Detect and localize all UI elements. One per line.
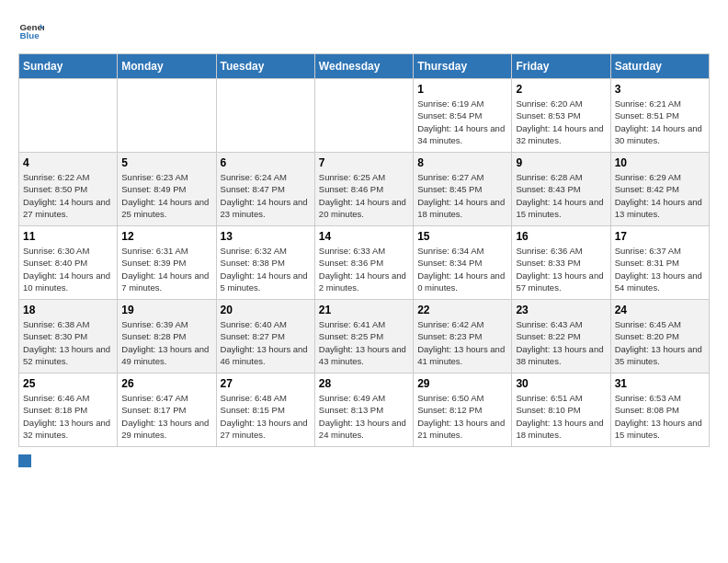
col-header-monday: Monday [118,54,216,79]
day-info: Sunrise: 6:40 AM Sunset: 8:27 PM Dayligh… [221,318,311,367]
day-info: Sunrise: 6:30 AM Sunset: 8:40 PM Dayligh… [23,245,113,293]
calendar-cell: 18Sunrise: 6:38 AM Sunset: 8:30 PM Dayli… [19,300,118,373]
day-number: 17 [615,230,705,243]
calendar-week-row: 4Sunrise: 6:22 AM Sunset: 8:50 PM Daylig… [19,153,710,226]
day-info: Sunrise: 6:41 AM Sunset: 8:25 PM Dayligh… [319,318,409,367]
calendar-cell [216,79,314,153]
legend [18,454,710,467]
calendar-cell: 17Sunrise: 6:37 AM Sunset: 8:31 PM Dayli… [610,226,709,300]
day-info: Sunrise: 6:32 AM Sunset: 8:38 PM Dayligh… [221,245,311,293]
day-info: Sunrise: 6:19 AM Sunset: 8:54 PM Dayligh… [417,98,507,146]
day-info: Sunrise: 6:39 AM Sunset: 8:28 PM Dayligh… [121,318,211,367]
calendar-cell: 30Sunrise: 6:51 AM Sunset: 8:10 PM Dayli… [512,373,610,447]
day-number: 23 [516,304,606,316]
day-info: Sunrise: 6:22 AM Sunset: 8:50 PM Dayligh… [23,171,113,220]
day-info: Sunrise: 6:50 AM Sunset: 8:12 PM Dayligh… [417,392,507,441]
day-number: 16 [516,230,606,243]
svg-text:Blue: Blue [19,30,40,40]
day-number: 1 [417,83,507,96]
col-header-sunday: Sunday [19,54,118,79]
col-header-tuesday: Tuesday [216,54,314,79]
calendar-cell: 29Sunrise: 6:50 AM Sunset: 8:12 PM Dayli… [414,373,512,447]
day-info: Sunrise: 6:49 AM Sunset: 8:13 PM Dayligh… [319,392,409,441]
day-info: Sunrise: 6:42 AM Sunset: 8:23 PM Dayligh… [417,318,507,367]
calendar-cell: 25Sunrise: 6:46 AM Sunset: 8:18 PM Dayli… [19,373,118,447]
calendar-week-row: 18Sunrise: 6:38 AM Sunset: 8:30 PM Dayli… [19,300,710,373]
day-info: Sunrise: 6:45 AM Sunset: 8:20 PM Dayligh… [615,318,705,367]
day-number: 28 [319,377,409,390]
page-header: General Blue [18,18,710,44]
day-number: 18 [23,304,113,316]
day-info: Sunrise: 6:34 AM Sunset: 8:34 PM Dayligh… [417,245,507,293]
calendar-cell: 22Sunrise: 6:42 AM Sunset: 8:23 PM Dayli… [414,300,512,373]
day-info: Sunrise: 6:51 AM Sunset: 8:10 PM Dayligh… [516,392,606,441]
day-info: Sunrise: 6:37 AM Sunset: 8:31 PM Dayligh… [615,245,705,293]
calendar-week-row: 1Sunrise: 6:19 AM Sunset: 8:54 PM Daylig… [19,79,710,153]
day-number: 30 [516,377,606,390]
day-info: Sunrise: 6:21 AM Sunset: 8:51 PM Dayligh… [615,98,705,146]
calendar-cell: 21Sunrise: 6:41 AM Sunset: 8:25 PM Dayli… [314,300,413,373]
day-number: 20 [221,304,311,316]
calendar-cell: 20Sunrise: 6:40 AM Sunset: 8:27 PM Dayli… [216,300,314,373]
col-header-friday: Friday [512,54,610,79]
day-number: 31 [615,377,705,390]
day-number: 14 [319,230,409,243]
day-info: Sunrise: 6:25 AM Sunset: 8:46 PM Dayligh… [319,171,409,220]
calendar-cell: 4Sunrise: 6:22 AM Sunset: 8:50 PM Daylig… [19,153,118,226]
calendar-cell: 7Sunrise: 6:25 AM Sunset: 8:46 PM Daylig… [314,153,413,226]
day-number: 22 [417,304,507,316]
calendar-cell [314,79,413,153]
calendar-cell: 9Sunrise: 6:28 AM Sunset: 8:43 PM Daylig… [512,153,610,226]
calendar-cell: 28Sunrise: 6:49 AM Sunset: 8:13 PM Dayli… [314,373,413,447]
calendar-week-row: 11Sunrise: 6:30 AM Sunset: 8:40 PM Dayli… [19,226,710,300]
calendar-table: SundayMondayTuesdayWednesdayThursdayFrid… [18,53,710,447]
day-number: 9 [516,156,606,169]
day-info: Sunrise: 6:33 AM Sunset: 8:36 PM Dayligh… [319,245,409,293]
calendar-cell: 10Sunrise: 6:29 AM Sunset: 8:42 PM Dayli… [610,153,709,226]
day-number: 10 [615,156,705,169]
calendar-cell [19,79,118,153]
calendar-cell: 16Sunrise: 6:36 AM Sunset: 8:33 PM Dayli… [512,226,610,300]
day-number: 3 [615,83,705,96]
calendar-cell: 3Sunrise: 6:21 AM Sunset: 8:51 PM Daylig… [610,79,709,153]
calendar-cell: 1Sunrise: 6:19 AM Sunset: 8:54 PM Daylig… [414,79,512,153]
day-number: 25 [23,377,113,390]
calendar-week-row: 25Sunrise: 6:46 AM Sunset: 8:18 PM Dayli… [19,373,710,447]
calendar-cell: 27Sunrise: 6:48 AM Sunset: 8:15 PM Dayli… [216,373,314,447]
day-info: Sunrise: 6:38 AM Sunset: 8:30 PM Dayligh… [23,318,113,367]
day-info: Sunrise: 6:31 AM Sunset: 8:39 PM Dayligh… [121,245,211,293]
col-header-saturday: Saturday [610,54,709,79]
day-number: 12 [121,230,211,243]
day-number: 2 [516,83,606,96]
calendar-cell: 13Sunrise: 6:32 AM Sunset: 8:38 PM Dayli… [216,226,314,300]
day-info: Sunrise: 6:28 AM Sunset: 8:43 PM Dayligh… [516,171,606,220]
logo-icon: General Blue [18,18,44,44]
calendar-cell: 5Sunrise: 6:23 AM Sunset: 8:49 PM Daylig… [118,153,216,226]
day-info: Sunrise: 6:24 AM Sunset: 8:47 PM Dayligh… [221,171,311,220]
day-info: Sunrise: 6:43 AM Sunset: 8:22 PM Dayligh… [516,318,606,367]
day-number: 21 [319,304,409,316]
day-number: 19 [121,304,211,316]
day-info: Sunrise: 6:53 AM Sunset: 8:08 PM Dayligh… [615,392,705,441]
day-number: 6 [221,156,311,169]
calendar-cell: 2Sunrise: 6:20 AM Sunset: 8:53 PM Daylig… [512,79,610,153]
day-number: 27 [221,377,311,390]
day-info: Sunrise: 6:23 AM Sunset: 8:49 PM Dayligh… [121,171,211,220]
calendar-cell: 24Sunrise: 6:45 AM Sunset: 8:20 PM Dayli… [610,300,709,373]
day-info: Sunrise: 6:27 AM Sunset: 8:45 PM Dayligh… [417,171,507,220]
day-number: 8 [417,156,507,169]
calendar-cell: 6Sunrise: 6:24 AM Sunset: 8:47 PM Daylig… [216,153,314,226]
day-number: 29 [417,377,507,390]
calendar-cell: 19Sunrise: 6:39 AM Sunset: 8:28 PM Dayli… [118,300,216,373]
day-info: Sunrise: 6:47 AM Sunset: 8:17 PM Dayligh… [121,392,211,441]
day-number: 24 [615,304,705,316]
col-header-wednesday: Wednesday [314,54,413,79]
day-number: 26 [121,377,211,390]
legend-color-box [18,454,31,467]
col-header-thursday: Thursday [414,54,512,79]
logo: General Blue [18,18,44,44]
day-number: 15 [417,230,507,243]
day-info: Sunrise: 6:29 AM Sunset: 8:42 PM Dayligh… [615,171,705,220]
day-number: 13 [221,230,311,243]
day-number: 4 [23,156,113,169]
